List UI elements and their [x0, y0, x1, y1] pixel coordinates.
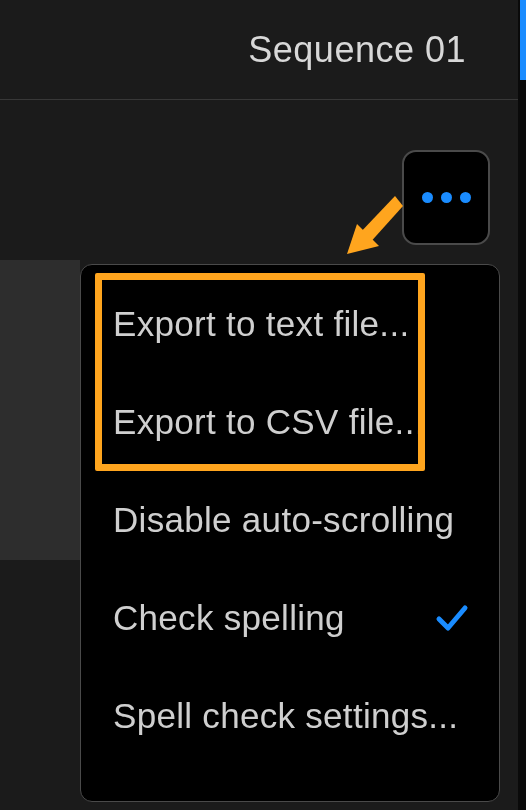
right-edge [518, 0, 526, 810]
menu-item-label: Export to text file... [113, 304, 409, 344]
menu-item-label: Export to CSV file... [113, 402, 425, 442]
sequence-title: Sequence 01 [248, 29, 466, 71]
menu-item-spellcheck-settings[interactable]: Spell check settings... [81, 667, 499, 765]
svg-marker-0 [357, 196, 403, 246]
left-panel [0, 260, 80, 560]
menu-item-label: Check spelling [113, 598, 345, 638]
menu-item-disable-autoscroll[interactable]: Disable auto-scrolling [81, 471, 499, 569]
menu-item-export-text[interactable]: Export to text file... [81, 275, 499, 373]
svg-marker-1 [347, 224, 379, 254]
menu-item-check-spelling[interactable]: Check spelling [81, 569, 499, 667]
checkmark-icon [435, 601, 469, 635]
annotation-arrow-icon [335, 190, 405, 262]
scroll-indicator [520, 0, 526, 80]
menu-item-label: Spell check settings... [113, 696, 458, 736]
ellipsis-icon [422, 192, 471, 203]
header: Sequence 01 [0, 0, 526, 100]
menu-item-label: Disable auto-scrolling [113, 500, 454, 540]
menu-item-export-csv[interactable]: Export to CSV file... [81, 373, 499, 471]
more-options-button[interactable] [402, 150, 490, 245]
options-menu: Export to text file... Export to CSV fil… [80, 264, 500, 802]
